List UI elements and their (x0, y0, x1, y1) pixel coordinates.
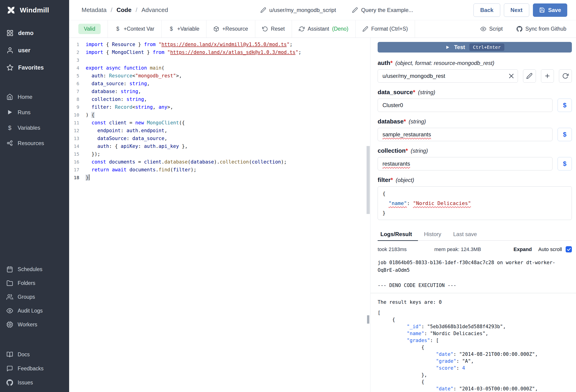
result-output[interactable]: The result keys are: 0 [ { "_id": "5eb3d… (378, 299, 572, 392)
tab-last-save[interactable]: Last save (447, 228, 483, 240)
auth-resource-input[interactable] (378, 69, 518, 83)
toolbar-label: +Context Var (124, 26, 154, 32)
line-number: 17 (69, 166, 86, 174)
toolbar-variable[interactable]: $+Variable (162, 20, 206, 38)
code-line-14[interactable]: 14 auth: { apiKey: auth.api_key }, (69, 142, 370, 150)
database-variable-button[interactable]: $ (558, 128, 572, 141)
collection-variable-button[interactable]: $ (558, 157, 572, 170)
toolbar-items: $+Context Var$+Variable+ResourceResetAss… (108, 20, 415, 38)
line-number: 8 (69, 95, 86, 103)
toolbar-resource[interactable]: +Resource (206, 20, 255, 38)
auth-field-label: auth* (object, format: resource-mongodb_… (378, 59, 572, 67)
sidebar-item-label: demo (18, 30, 34, 36)
tab-logs-result[interactable]: Logs/Result (378, 228, 418, 241)
header: Metadata/Code/Advanced u/user/my_mongodb… (69, 0, 576, 20)
back-button[interactable]: Back (473, 3, 500, 17)
result-header: The result keys are: 0 (378, 299, 572, 306)
line-number: 18 (69, 174, 86, 181)
pencil-icon (260, 7, 266, 13)
log-line: job 01864b05-8033-b136-1def-f30c48ac7c28… (378, 259, 572, 274)
code-line-8[interactable]: 8 collection: string, (69, 95, 370, 103)
toolbar-context-var[interactable]: $+Context Var (108, 20, 161, 38)
autoscroll-checkbox[interactable] (566, 246, 572, 252)
clear-resource-button[interactable] (508, 73, 515, 80)
code-editor[interactable]: 1import { Resource } from "https://deno.… (69, 38, 371, 392)
x-icon (508, 73, 515, 80)
eye-icon (480, 26, 486, 32)
home-icon (6, 93, 13, 100)
code-line-7[interactable]: 7 database: string, (69, 87, 370, 95)
line-number: 9 (69, 103, 86, 111)
database-input-row: sample_restaurants $ (378, 128, 572, 141)
run-preview-panel: Test Ctrl+Enter auth* (object, format: r… (371, 38, 576, 392)
chat-icon (6, 365, 13, 372)
sidebar-item-groups[interactable]: Groups (0, 290, 69, 304)
script-summary-edit[interactable]: Query the Example... (352, 7, 413, 13)
data-source-input[interactable] (378, 99, 552, 112)
sidebar-item-docs[interactable]: Docs (0, 348, 69, 362)
code-line-15[interactable]: 15 }); (69, 150, 370, 158)
add-resource-button[interactable] (541, 69, 554, 83)
code-line-16[interactable]: 16 const documents = client.database(dat… (69, 158, 370, 166)
line-number: 4 (69, 64, 86, 72)
expand-button[interactable]: Expand (514, 247, 532, 252)
field-type: (object, format: resource-mongodb_rest) (395, 60, 494, 66)
code-line-5[interactable]: 5 auth: Resource<"mongodb_rest">, (69, 72, 370, 80)
next-button[interactable]: Next (504, 3, 529, 17)
sidebar-item-workers[interactable]: Workers (0, 318, 69, 332)
code-line-12[interactable]: 12 endpoint: auth.endpoint, (69, 127, 370, 135)
sidebar-item-audit-logs[interactable]: Audit Logs (0, 304, 69, 318)
sidebar-item-folders[interactable]: Folders (0, 276, 69, 290)
editor-scrollbar[interactable] (367, 146, 370, 214)
line-number: 16 (69, 158, 86, 166)
code-line-4[interactable]: 4export async function main( (69, 64, 370, 72)
data-source-variable-button[interactable]: $ (558, 99, 572, 112)
sidebar-item-demo[interactable]: demo (0, 25, 69, 42)
test-button[interactable]: Test Ctrl+Enter (378, 42, 572, 53)
filter-json-editor[interactable]: { "name": "Nordic Delicacies"} (378, 186, 572, 220)
sidebar-item-schedules[interactable]: Schedules (0, 262, 69, 276)
code-line-17[interactable]: 17 return await documents.find(filter); (69, 166, 370, 174)
sidebar-item-runs[interactable]: Runs (0, 105, 69, 120)
database-input[interactable]: sample_restaurants (378, 128, 552, 141)
refresh-resource-button[interactable] (559, 69, 572, 83)
breadcrumb-item-advanced[interactable]: Advanced (142, 6, 168, 14)
tab-history[interactable]: History (418, 228, 447, 240)
script-path-edit[interactable]: u/user/my_mongodb_script (260, 7, 336, 13)
workspace-logo[interactable]: Windmill (0, 0, 69, 20)
pencil-icon (362, 26, 368, 32)
sidebar-item-home[interactable]: Home (0, 89, 69, 105)
breadcrumb-item-metadata[interactable]: Metadata (82, 6, 106, 14)
sidebar-item-favorites[interactable]: Favorites (0, 59, 69, 76)
folder-icon (6, 280, 13, 286)
sidebar-item-feedbacks[interactable]: Feedbacks (0, 362, 69, 376)
code-line-11[interactable]: 11 const client = new MongoClient({ (69, 119, 370, 127)
code-line-9[interactable]: 9 filter: Record<string, any>, (69, 103, 370, 111)
save-button[interactable]: Save (533, 3, 567, 17)
user-icon (6, 47, 14, 54)
code-line-18[interactable]: 18} (69, 174, 370, 181)
toolbar-label: Sync from Github (525, 26, 566, 32)
sidebar-item-variables[interactable]: $Variables (0, 120, 69, 136)
toolbar-sync-from-github[interactable]: Sync from Github (517, 26, 566, 32)
code-line-13[interactable]: 13 dataSource: data_source, (69, 135, 370, 142)
edit-resource-button[interactable] (523, 69, 536, 83)
code-line-10[interactable]: 10) { (69, 111, 370, 119)
toolbar-format-ctrl-s[interactable]: Format (Ctrl+S) (355, 20, 415, 38)
github-icon (517, 26, 522, 32)
sidebar-item-label: Groups (18, 294, 35, 300)
code-line-6[interactable]: 6 data_source: string, (69, 80, 370, 87)
breadcrumb-item-code[interactable]: Code (116, 6, 132, 14)
share-icon (6, 140, 13, 146)
toolbar-reset[interactable]: Reset (255, 20, 292, 38)
sidebar-item-issues[interactable]: Issues (0, 376, 69, 390)
sidebar-item-user[interactable]: user (0, 42, 69, 59)
sidebar-item-resources[interactable]: Resources (0, 136, 69, 151)
code-line-1[interactable]: 1import { Resource } from "https://deno.… (69, 41, 370, 48)
collection-input[interactable]: restaurants (378, 157, 552, 170)
line-number: 14 (69, 142, 86, 150)
code-line-2[interactable]: 2import { MongoClient } from "https://de… (69, 48, 370, 56)
toolbar-assistant[interactable]: Assistant(Deno) (292, 20, 355, 38)
code-line-3[interactable]: 3 (69, 56, 370, 64)
toolbar-script[interactable]: Script (480, 26, 503, 32)
